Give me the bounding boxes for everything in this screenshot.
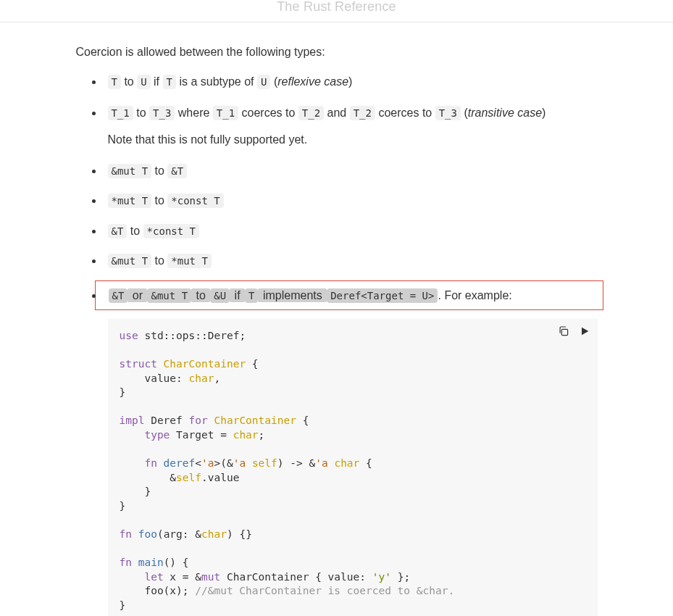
code-T1b: T_1 bbox=[213, 106, 238, 120]
rule-subtype: T to U if T is a subtype of U (reflexive… bbox=[104, 72, 598, 91]
code-example-deref: use std::ops::Deref; struct CharContaine… bbox=[108, 319, 598, 616]
code-U: U bbox=[137, 75, 150, 89]
transitive-case-label: transitive case bbox=[468, 107, 542, 119]
code-T2c: T_2 bbox=[350, 106, 375, 120]
code-T3: T_3 bbox=[149, 106, 175, 120]
run-icon[interactable] bbox=[579, 325, 590, 337]
code-refT: &T bbox=[167, 164, 187, 178]
content-area: Coercion is allowed between the followin… bbox=[62, 22, 612, 616]
code-T1: T_1 bbox=[108, 106, 133, 120]
rule-deref: &T or &mut T to &U if T implements Deref… bbox=[104, 280, 598, 616]
coercion-rules-list: T to U if T is a subtype of U (reflexive… bbox=[76, 72, 598, 616]
code-U2: U bbox=[257, 75, 270, 89]
transitive-note: Note that this is not fully supported ye… bbox=[108, 130, 598, 149]
rule-ref-to-constptr: &T to *const T bbox=[104, 221, 598, 241]
code-deref-trait: Deref<Target = U> bbox=[327, 288, 438, 303]
code-mutT2: &mut T bbox=[108, 254, 152, 268]
code-mutT: &mut T bbox=[108, 164, 152, 178]
code-refU: &U bbox=[210, 288, 230, 303]
top-header: The Rust Reference bbox=[0, 0, 673, 22]
page-title: The Rust Reference bbox=[277, 0, 396, 14]
code-mutptr: *mut T bbox=[108, 193, 152, 208]
code-mutT3: &mut T bbox=[147, 288, 191, 303]
code-T: T bbox=[108, 75, 121, 89]
rule-mutptr-to-constptr: *mut T to *const T bbox=[104, 191, 598, 210]
code-Td: T bbox=[245, 288, 258, 303]
copy-icon[interactable] bbox=[557, 325, 570, 338]
code-T2: T bbox=[163, 75, 176, 89]
svg-rect-0 bbox=[561, 329, 567, 335]
code-mutptr2: *mut T bbox=[167, 254, 212, 268]
rule-transitive: T_1 to T_3 where T_1 coerces to T_2 and … bbox=[104, 103, 598, 149]
highlighted-rule-box: &T or &mut T to &U if T implements Deref… bbox=[95, 280, 603, 310]
code-refT2: &T bbox=[108, 224, 128, 238]
code-T2b: T_2 bbox=[298, 106, 324, 120]
code-constptr: *const T bbox=[167, 193, 223, 208]
intro-text: Coercion is allowed between the followin… bbox=[76, 43, 598, 62]
code-refT3: &T bbox=[109, 288, 128, 303]
rule-mutref-to-mutptr: &mut T to *mut T bbox=[104, 251, 598, 270]
code-T3b: T_3 bbox=[435, 106, 461, 120]
rule-mutref-to-ref: &mut T to &T bbox=[104, 161, 598, 180]
code-constptr2: *const T bbox=[143, 224, 199, 238]
reflexive-case-label: reflexive case bbox=[277, 75, 348, 88]
